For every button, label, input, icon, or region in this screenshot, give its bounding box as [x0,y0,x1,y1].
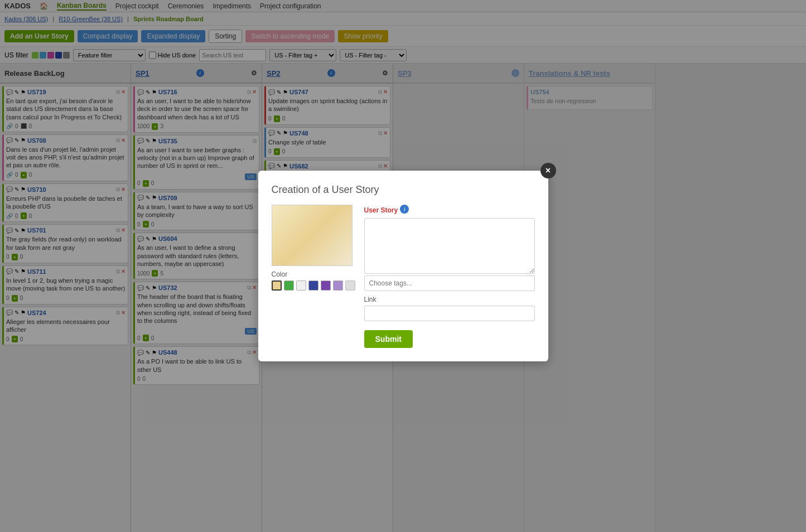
us-textarea[interactable] [364,218,535,274]
swatch-green[interactable] [284,280,294,291]
swatch-light-gray[interactable] [345,280,355,291]
modal-left-panel: Color [272,205,355,348]
modal-overlay[interactable]: × Creation of a User Story Color U [0,0,806,532]
swatch-white[interactable] [296,280,306,291]
close-icon: × [546,166,551,176]
swatch-tan[interactable] [272,280,282,291]
us-info-icon[interactable]: i [400,205,409,214]
swatch-dark-blue[interactable] [308,280,318,291]
color-swatches [272,280,355,291]
create-us-modal: × Creation of a User Story Color U [258,171,548,361]
swatch-purple[interactable] [321,280,331,291]
modal-title: Creation of a User Story [272,184,535,196]
us-field-label: User Story i [364,205,535,216]
link-input[interactable] [364,306,535,321]
color-preview-box [272,205,353,266]
link-label: Link [364,296,535,303]
modal-right-panel: User Story i Link Submit [364,205,535,348]
color-label: Color [272,270,355,278]
tags-input[interactable] [364,275,535,291]
modal-close-button[interactable]: × [540,163,556,178]
swatch-light-purple[interactable] [333,280,343,291]
submit-button[interactable]: Submit [364,330,413,348]
modal-body: Color User Story i Link [272,205,535,348]
